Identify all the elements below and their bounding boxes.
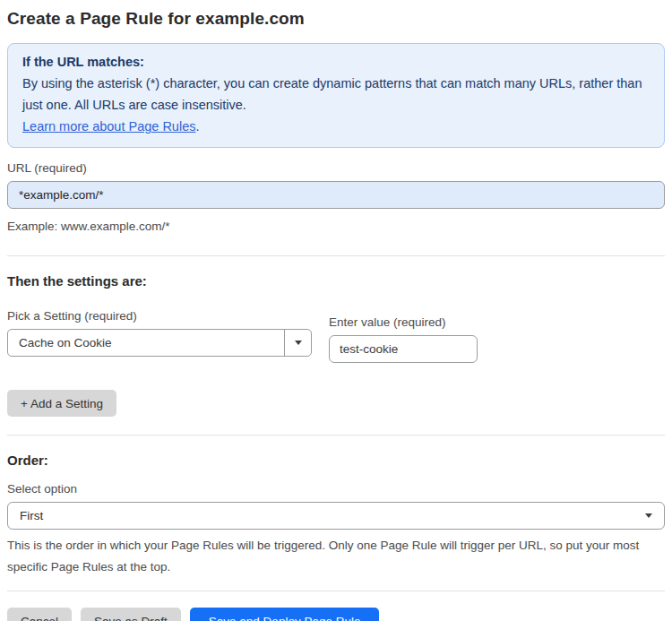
divider bbox=[7, 255, 665, 256]
settings-row: Pick a Setting (required) Cache on Cooki… bbox=[7, 309, 665, 363]
add-setting-button[interactable]: + Add a Setting bbox=[7, 390, 116, 417]
setting-dropdown-value: Cache on Cookie bbox=[8, 330, 284, 356]
info-box-link-line: Learn more about Page Rules. bbox=[22, 116, 650, 137]
save-as-draft-button[interactable]: Save as Draft bbox=[81, 608, 181, 621]
url-input[interactable] bbox=[7, 181, 665, 209]
setting-dropdown[interactable]: Cache on Cookie bbox=[7, 329, 312, 357]
url-label: URL (required) bbox=[7, 161, 665, 175]
footer-button-row: Cancel Save as Draft Save and Deploy Pag… bbox=[7, 608, 665, 621]
page-title: Create a Page Rule for example.com bbox=[7, 9, 665, 29]
chevron-down-icon bbox=[295, 341, 302, 345]
divider bbox=[7, 591, 665, 591]
divider bbox=[7, 435, 665, 436]
pick-setting-label: Pick a Setting (required) bbox=[7, 309, 312, 323]
learn-more-link[interactable]: Learn more about Page Rules bbox=[22, 119, 195, 134]
setting-dropdown-arrow-button[interactable] bbox=[284, 330, 311, 356]
order-heading: Order: bbox=[7, 453, 665, 468]
link-suffix: . bbox=[195, 119, 199, 134]
order-select-value: First bbox=[20, 509, 43, 522]
order-select[interactable]: First bbox=[7, 502, 665, 530]
enter-value-column: Enter value (required) bbox=[329, 315, 478, 363]
pick-setting-column: Pick a Setting (required) Cache on Cooki… bbox=[7, 309, 312, 357]
setting-value-input[interactable] bbox=[329, 335, 478, 363]
enter-value-label: Enter value (required) bbox=[329, 315, 478, 329]
order-helper-text: This is the order in which your Page Rul… bbox=[7, 535, 652, 578]
info-box-heading: If the URL matches: bbox=[22, 51, 650, 73]
order-select-label: Select option bbox=[7, 482, 665, 496]
cancel-button[interactable]: Cancel bbox=[7, 608, 72, 621]
save-and-deploy-button[interactable]: Save and Deploy Page Rule bbox=[190, 608, 380, 621]
url-example-helper: Example: www.example.com/* bbox=[7, 216, 665, 237]
url-match-info-box: If the URL matches: By using the asteris… bbox=[7, 43, 665, 148]
create-page-rule-form: Create a Page Rule for example.com If th… bbox=[0, 0, 672, 621]
chevron-down-icon bbox=[645, 513, 652, 518]
settings-heading: Then the settings are: bbox=[7, 273, 665, 289]
info-box-body: By using the asterisk (*) character, you… bbox=[22, 73, 650, 116]
